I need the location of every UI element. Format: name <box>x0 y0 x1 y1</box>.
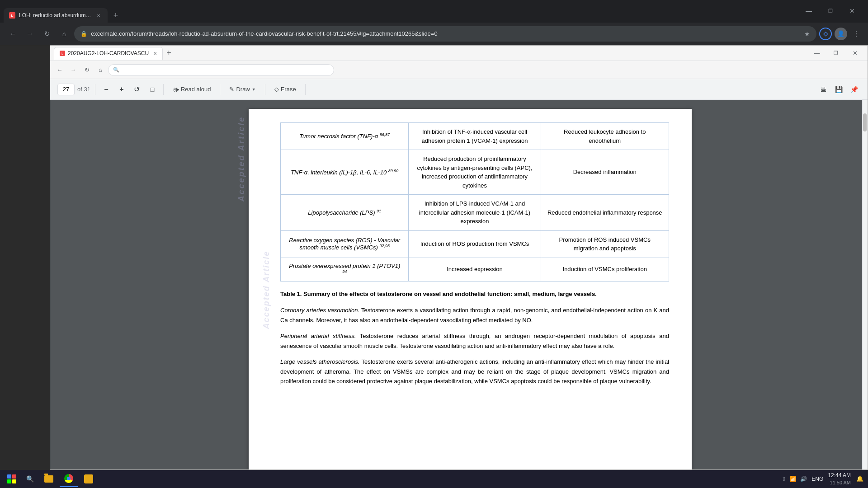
table-cell-col3: Induction of VSMCs proliferation <box>541 258 669 281</box>
pdf-content-area: Accepted Article Accepted Article Tumor … <box>50 100 868 469</box>
toolbar-divider-4 <box>265 84 265 95</box>
draw-icon: ✎ <box>229 86 234 93</box>
coronary-italic: Coronary arteries vasomotion. <box>280 307 359 314</box>
inner-titlebar: L 2020AUG2-LOH-CARDIOVASCU ✕ + — ❐ ✕ <box>50 46 868 61</box>
menu-button[interactable]: ⋮ <box>850 28 863 40</box>
inner-reload-button[interactable]: ↻ <box>81 64 93 76</box>
up-arrow-icon[interactable]: ⇧ <box>782 476 786 482</box>
save-button[interactable]: 💾 <box>832 83 845 96</box>
inner-address-field[interactable]: 🔍 <box>108 64 334 76</box>
inner-nav-bar: ← → ↻ ⌂ 🔍 <box>50 61 868 79</box>
wifi-icon[interactable]: 📶 <box>790 476 797 482</box>
inner-search-icon: 🔍 <box>113 67 119 73</box>
taskbar-search-button[interactable]: 🔍 <box>22 471 38 487</box>
read-aloud-button[interactable]: 🕪 Read aloud <box>168 83 216 96</box>
toolbar-divider-5 <box>305 84 306 95</box>
inner-forward-button[interactable]: → <box>67 64 79 76</box>
table-cell-col1: Prostate overexpressed protein 1 (PTOV1)… <box>281 258 409 281</box>
reload-button[interactable]: ↻ <box>40 27 54 41</box>
toolbar-divider-1 <box>95 84 95 95</box>
taskbar-right-area: ⇧ 📶 🔊 ENG 12:44 AM 11:50 AM 🔔 <box>782 472 864 486</box>
taskbar: 🔍 ⇧ 📶 🔊 ENG 12:44 AM 11:50 AM 🔔 <box>0 470 868 488</box>
taskbar-chrome-button[interactable] <box>60 471 78 487</box>
table-row: Reactive oxygen species (ROS) - Vascular… <box>281 230 669 258</box>
draw-button[interactable]: ✎ Draw ▼ <box>225 83 260 96</box>
lock-icon: 🔒 <box>80 31 87 37</box>
table-cell-col1: Lipopolysaccharide (LPS) 91 <box>281 195 409 231</box>
address-bar-row: ← → ↻ ⌂ 🔒 excelmale.com/forum/threads/lo… <box>0 23 868 45</box>
inner-new-tab-button[interactable]: + <box>166 48 171 58</box>
zoom-in-button[interactable]: + <box>115 83 128 96</box>
volume-icon[interactable]: 🔊 <box>800 476 807 482</box>
pin-button[interactable]: 📌 <box>848 83 860 96</box>
inner-pdf-window: L 2020AUG2-LOH-CARDIOVASCU ✕ + — ❐ ✕ ← →… <box>50 45 868 470</box>
tab-close-icon[interactable]: ✕ <box>95 12 102 19</box>
erase-icon: ◇ <box>274 86 279 93</box>
table-cell-col3: Reduced leukocyte adhesion to endotheliu… <box>541 123 669 150</box>
draw-chevron-icon: ▼ <box>252 87 256 92</box>
window-controls: — ❐ ✕ <box>798 4 863 18</box>
inner-back-button[interactable]: ← <box>54 64 66 76</box>
table-cell-col1: Tumor necrosis factor (TNF)-α 86,87 <box>281 123 409 150</box>
browser-tab-active[interactable]: L LOH: reductio ad absurdum of th ✕ <box>4 8 108 23</box>
scroll-track[interactable] <box>862 100 868 469</box>
table-cell-col3: Decreased inflammation <box>541 150 669 195</box>
maximize-button[interactable]: ❐ <box>820 4 841 18</box>
close-button[interactable]: ✕ <box>842 4 863 18</box>
taskbar-yellow-app[interactable] <box>80 471 98 487</box>
fit-page-button[interactable]: □ <box>146 83 159 96</box>
inner-window-controls: — ❐ ✕ <box>808 47 864 60</box>
large-vessels-paragraph: Large vessels atherosclerosis. Testoster… <box>280 357 669 386</box>
table-cell-col3: Promotion of ROS induced VSMCs migration… <box>541 230 669 258</box>
page-total: of 31 <box>77 86 90 93</box>
pdf-table: Tumor necrosis factor (TNF)-α 86,87 Inhi… <box>280 122 669 282</box>
inner-tab[interactable]: L 2020AUG2-LOH-CARDIOVASCU ✕ <box>54 47 163 60</box>
clock-display[interactable]: 12:44 AM 11:50 AM <box>828 472 851 486</box>
table-cell-col2: Inhibition of LPS-induced VCAM-1 and int… <box>409 195 541 231</box>
inner-tab-close-icon[interactable]: ✕ <box>153 51 157 56</box>
tab-favicon: L <box>9 12 15 19</box>
taskbar-file-explorer[interactable] <box>40 471 58 487</box>
table-cell-col2: Increased expression <box>409 258 541 281</box>
table-cell-col1: TNF-α, interleukin (IL)-1β, IL-6, IL-10 … <box>281 150 409 195</box>
inner-home-button[interactable]: ⌂ <box>94 64 106 76</box>
profile-icon[interactable]: 👤 <box>835 28 847 40</box>
home-button[interactable]: ⌂ <box>57 27 71 41</box>
table-row: Lipopolysaccharide (LPS) 91 Inhibition o… <box>281 195 669 231</box>
back-button[interactable]: ← <box>5 27 20 41</box>
zoom-out-button[interactable]: − <box>100 83 113 96</box>
table-caption: Table 1. Summary of the effects of testo… <box>280 290 669 299</box>
page-number-input[interactable] <box>57 84 75 95</box>
inner-minimize-button[interactable]: — <box>808 47 826 60</box>
star-icon[interactable]: ★ <box>804 30 810 38</box>
inner-tab-favicon: L <box>60 51 65 56</box>
table-cell-col2: Induction of ROS production from VSMCs <box>409 230 541 258</box>
read-aloud-icon: 🕪 <box>173 86 179 93</box>
draw-label: Draw <box>236 86 250 93</box>
notification-button[interactable]: 🔔 <box>855 474 864 483</box>
time-display: 12:44 AM <box>828 472 851 479</box>
address-field[interactable]: 🔒 excelmale.com/forum/threads/loh-reduct… <box>74 26 816 42</box>
pdf-toolbar-left: of 31 <box>57 84 90 95</box>
inner-maximize-button[interactable]: ❐ <box>827 47 845 60</box>
erase-button[interactable]: ◇ Erase <box>270 83 301 96</box>
table-cell-col1: Reactive oxygen species (ROS) - Vascular… <box>281 230 409 258</box>
new-tab-button[interactable]: + <box>109 9 122 22</box>
inner-tab-title: 2020AUG2-LOH-CARDIOVASCU <box>68 50 149 56</box>
print-button[interactable]: 🖶 <box>817 83 830 96</box>
table-row: Prostate overexpressed protein 1 (PTOV1)… <box>281 258 669 281</box>
table-caption-text: Table 1. Summary of the effects of testo… <box>280 291 597 297</box>
toolbar-divider-2 <box>163 84 164 95</box>
start-button[interactable] <box>4 471 20 487</box>
table-cell-col3: Reduced endothelial inflammatory respons… <box>541 195 669 231</box>
inner-close-button[interactable]: ✕ <box>846 47 864 60</box>
forward-button[interactable]: → <box>23 27 37 41</box>
table-row: TNF-α, interleukin (IL)-1β, IL-6, IL-10 … <box>281 150 669 195</box>
tab-bar: L LOH: reductio ad absurdum of th ✕ + <box>0 0 868 23</box>
rotate-button[interactable]: ↺ <box>131 83 143 96</box>
peripheral-italic: Peripheral arterial stiffness. <box>280 333 356 339</box>
tab-title: LOH: reductio ad absurdum of th <box>19 12 91 19</box>
minimize-button[interactable]: — <box>798 4 819 18</box>
extensions-icon[interactable]: ◇ <box>819 28 832 40</box>
scroll-thumb[interactable] <box>863 113 867 131</box>
